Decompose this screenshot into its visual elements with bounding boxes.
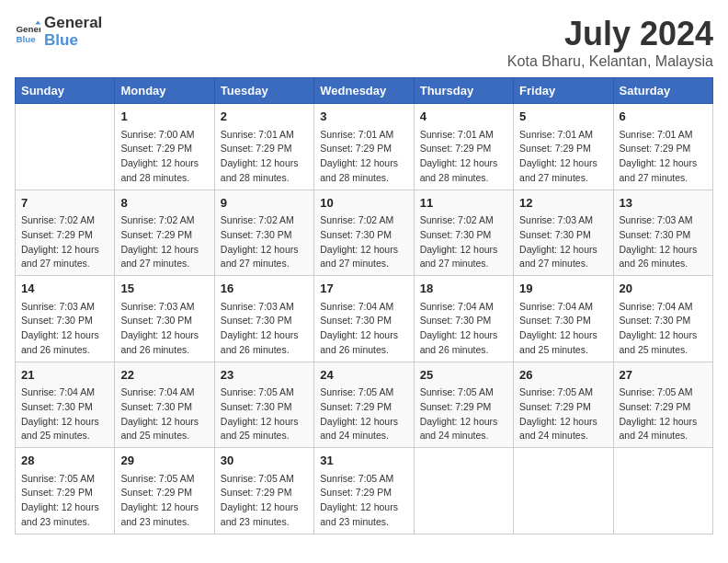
calendar-cell: 23Sunrise: 7:05 AMSunset: 7:30 PMDayligh…	[214, 362, 313, 448]
calendar-cell: 15Sunrise: 7:03 AMSunset: 7:30 PMDayligh…	[115, 276, 214, 362]
calendar-cell: 17Sunrise: 7:04 AMSunset: 7:30 PMDayligh…	[314, 276, 414, 362]
day-number: 28	[21, 452, 108, 470]
day-info: Sunrise: 7:03 AMSunset: 7:30 PMDaylight:…	[221, 300, 308, 358]
calendar-cell: 24Sunrise: 7:05 AMSunset: 7:29 PMDayligh…	[314, 362, 414, 448]
calendar-cell: 20Sunrise: 7:04 AMSunset: 7:30 PMDayligh…	[613, 276, 712, 362]
day-number: 8	[120, 194, 208, 213]
day-number: 9	[221, 194, 308, 213]
calendar-cell: 21Sunrise: 7:04 AMSunset: 7:30 PMDayligh…	[16, 362, 115, 448]
calendar-header-cell: Saturday	[613, 78, 712, 104]
day-number: 26	[519, 366, 607, 385]
svg-text:General: General	[16, 24, 40, 34]
calendar-cell: 26Sunrise: 7:05 AMSunset: 7:29 PMDayligh…	[514, 362, 613, 448]
calendar-header-cell: Tuesday	[214, 78, 313, 104]
day-info: Sunrise: 7:03 AMSunset: 7:30 PMDaylight:…	[620, 213, 707, 271]
calendar-cell: 16Sunrise: 7:03 AMSunset: 7:30 PMDayligh…	[214, 276, 313, 362]
day-info: Sunrise: 7:05 AMSunset: 7:30 PMDaylight:…	[221, 385, 308, 443]
day-info: Sunrise: 7:04 AMSunset: 7:30 PMDaylight:…	[320, 300, 407, 358]
calendar-table: SundayMondayTuesdayWednesdayThursdayFrid…	[15, 77, 713, 534]
calendar-cell: 27Sunrise: 7:05 AMSunset: 7:29 PMDayligh…	[613, 362, 712, 448]
calendar-cell: 7Sunrise: 7:02 AMSunset: 7:29 PMDaylight…	[16, 190, 115, 276]
logo-text-general: General	[44, 15, 102, 32]
day-number: 24	[320, 366, 407, 385]
day-info: Sunrise: 7:05 AMSunset: 7:29 PMDaylight:…	[120, 472, 208, 530]
calendar-header-cell: Sunday	[16, 78, 115, 104]
calendar-header-row: SundayMondayTuesdayWednesdayThursdayFrid…	[16, 78, 713, 104]
calendar-cell	[514, 448, 613, 534]
title-area: July 2024 Kota Bharu, Kelantan, Malaysia	[507, 15, 713, 70]
day-number: 17	[320, 280, 407, 298]
calendar-cell: 1Sunrise: 7:00 AMSunset: 7:29 PMDaylight…	[115, 104, 214, 190]
day-number: 25	[420, 366, 507, 385]
day-info: Sunrise: 7:00 AMSunset: 7:29 PMDaylight:…	[120, 128, 208, 186]
svg-text:Blue: Blue	[16, 33, 36, 43]
day-info: Sunrise: 7:02 AMSunset: 7:29 PMDaylight:…	[120, 213, 208, 271]
calendar-cell: 29Sunrise: 7:05 AMSunset: 7:29 PMDayligh…	[115, 448, 214, 534]
calendar-header-cell: Thursday	[414, 78, 513, 104]
day-info: Sunrise: 7:02 AMSunset: 7:29 PMDaylight:…	[21, 213, 108, 271]
logo-icon: General Blue	[15, 19, 40, 45]
day-info: Sunrise: 7:02 AMSunset: 7:30 PMDaylight:…	[320, 213, 407, 271]
calendar-cell: 18Sunrise: 7:04 AMSunset: 7:30 PMDayligh…	[414, 276, 513, 362]
calendar-cell	[613, 448, 712, 534]
logo: General Blue General Blue	[15, 15, 102, 49]
day-number: 6	[620, 108, 707, 126]
calendar-header-cell: Monday	[115, 78, 214, 104]
calendar-cell: 12Sunrise: 7:03 AMSunset: 7:30 PMDayligh…	[514, 190, 613, 276]
calendar-cell: 3Sunrise: 7:01 AMSunset: 7:29 PMDaylight…	[314, 104, 414, 190]
day-number: 21	[21, 366, 108, 385]
day-info: Sunrise: 7:04 AMSunset: 7:30 PMDaylight:…	[21, 385, 108, 443]
calendar-body: 1Sunrise: 7:00 AMSunset: 7:29 PMDaylight…	[16, 104, 713, 534]
day-number: 29	[120, 452, 208, 470]
location-title: Kota Bharu, Kelantan, Malaysia	[507, 53, 713, 70]
calendar-week-row: 21Sunrise: 7:04 AMSunset: 7:30 PMDayligh…	[16, 362, 713, 448]
calendar-cell: 6Sunrise: 7:01 AMSunset: 7:29 PMDaylight…	[613, 104, 712, 190]
day-number: 14	[21, 280, 108, 298]
day-number: 23	[221, 366, 308, 385]
calendar-cell: 5Sunrise: 7:01 AMSunset: 7:29 PMDaylight…	[514, 104, 613, 190]
day-info: Sunrise: 7:05 AMSunset: 7:29 PMDaylight:…	[320, 472, 407, 530]
day-info: Sunrise: 7:05 AMSunset: 7:29 PMDaylight:…	[320, 385, 407, 443]
day-number: 19	[519, 280, 607, 298]
day-info: Sunrise: 7:01 AMSunset: 7:29 PMDaylight:…	[420, 128, 507, 186]
day-number: 3	[320, 108, 407, 126]
day-number: 11	[420, 194, 507, 213]
day-number: 18	[420, 280, 507, 298]
day-info: Sunrise: 7:02 AMSunset: 7:30 PMDaylight:…	[221, 213, 308, 271]
calendar-cell: 4Sunrise: 7:01 AMSunset: 7:29 PMDaylight…	[414, 104, 513, 190]
calendar-week-row: 1Sunrise: 7:00 AMSunset: 7:29 PMDaylight…	[16, 104, 713, 190]
day-number: 7	[21, 194, 108, 213]
page-header: General Blue General Blue July 2024 Kota…	[15, 15, 713, 70]
day-info: Sunrise: 7:05 AMSunset: 7:29 PMDaylight:…	[519, 385, 607, 443]
calendar-week-row: 14Sunrise: 7:03 AMSunset: 7:30 PMDayligh…	[16, 276, 713, 362]
calendar-cell: 8Sunrise: 7:02 AMSunset: 7:29 PMDaylight…	[115, 190, 214, 276]
calendar-cell: 28Sunrise: 7:05 AMSunset: 7:29 PMDayligh…	[16, 448, 115, 534]
day-info: Sunrise: 7:04 AMSunset: 7:30 PMDaylight:…	[120, 385, 208, 443]
day-info: Sunrise: 7:01 AMSunset: 7:29 PMDaylight:…	[620, 128, 707, 186]
calendar-header-cell: Wednesday	[314, 78, 414, 104]
day-number: 2	[221, 108, 308, 126]
calendar-cell: 9Sunrise: 7:02 AMSunset: 7:30 PMDaylight…	[214, 190, 313, 276]
day-info: Sunrise: 7:01 AMSunset: 7:29 PMDaylight:…	[221, 128, 308, 186]
day-info: Sunrise: 7:03 AMSunset: 7:30 PMDaylight:…	[519, 213, 607, 271]
day-number: 31	[320, 452, 407, 470]
day-info: Sunrise: 7:04 AMSunset: 7:30 PMDaylight:…	[620, 300, 707, 358]
calendar-cell: 30Sunrise: 7:05 AMSunset: 7:29 PMDayligh…	[214, 448, 313, 534]
day-number: 4	[420, 108, 507, 126]
calendar-cell	[414, 448, 513, 534]
day-info: Sunrise: 7:05 AMSunset: 7:29 PMDaylight:…	[620, 385, 707, 443]
day-info: Sunrise: 7:03 AMSunset: 7:30 PMDaylight:…	[21, 300, 108, 358]
calendar-header-cell: Friday	[514, 78, 613, 104]
calendar-cell: 22Sunrise: 7:04 AMSunset: 7:30 PMDayligh…	[115, 362, 214, 448]
logo-text-blue: Blue	[44, 32, 102, 50]
day-info: Sunrise: 7:03 AMSunset: 7:30 PMDaylight:…	[120, 300, 208, 358]
calendar-cell: 2Sunrise: 7:01 AMSunset: 7:29 PMDaylight…	[214, 104, 313, 190]
day-number: 13	[620, 194, 707, 213]
calendar-cell	[16, 104, 115, 190]
calendar-week-row: 7Sunrise: 7:02 AMSunset: 7:29 PMDaylight…	[16, 190, 713, 276]
day-info: Sunrise: 7:04 AMSunset: 7:30 PMDaylight:…	[519, 300, 607, 358]
calendar-cell: 19Sunrise: 7:04 AMSunset: 7:30 PMDayligh…	[514, 276, 613, 362]
day-info: Sunrise: 7:01 AMSunset: 7:29 PMDaylight:…	[519, 128, 607, 186]
day-info: Sunrise: 7:05 AMSunset: 7:29 PMDaylight:…	[420, 385, 507, 443]
day-number: 10	[320, 194, 407, 213]
